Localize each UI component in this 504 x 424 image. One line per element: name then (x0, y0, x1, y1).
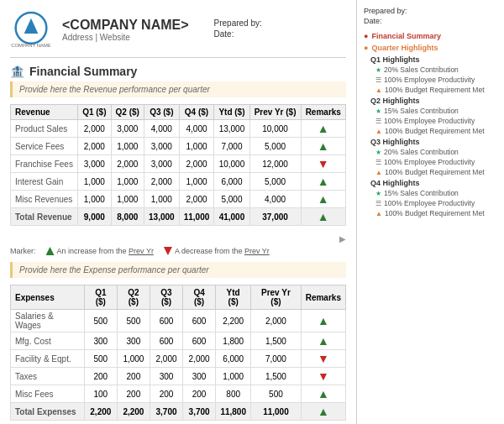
table-cell: 6,000 (214, 173, 249, 191)
quarter-highlights-dot: ● (364, 44, 368, 52)
sidebar-item-financial-summary[interactable]: ●Financial Summary (364, 30, 497, 42)
table-cell: 4,000 (249, 191, 301, 208)
expense-table-container: Expenses Q1 ($) Q2 ($) Q3 ($) Q4 ($) Ytd… (10, 285, 346, 424)
header: COMPANY NAME <COMPANY NAME> Address | We… (10, 8, 346, 58)
subsection-label: Q3 Highlights (370, 138, 420, 146)
trend-up-icon: ▲ (318, 210, 329, 223)
expense-table: Expenses Q1 ($) Q2 ($) Q3 ($) Q4 ($) Ytd… (10, 285, 346, 421)
table-cell: 8,000 (111, 208, 144, 226)
highlight-icon: ▲ (375, 169, 382, 176)
trend-up-icon: ▲ (318, 175, 329, 188)
sidebar-nav: ●Financial Summary●Quarter HighlightsQ1 … (364, 30, 497, 218)
table-cell: Taxes (11, 368, 85, 385)
subsection-label: Q2 Highlights (370, 97, 420, 105)
marker-down-text: A decrease from the Prev Yr (175, 247, 270, 255)
table-cell: 300 (84, 332, 117, 350)
exp-col-q4: Q4 ($) (183, 285, 216, 310)
sidebar-meta: Prepared by: Date: (364, 7, 497, 25)
table-cell: 11,000 (251, 403, 301, 421)
highlight-icon: ▲ (375, 128, 382, 135)
sidebar-item-quarter-highlights[interactable]: ●Quarter Highlights (364, 42, 497, 54)
table-cell: 200 (150, 385, 182, 403)
exp-col-remarks: Remarks (301, 285, 345, 310)
table-cell: 1,000 (144, 191, 179, 208)
table-cell: 200 (183, 385, 216, 403)
trend-up-icon: ▲ (318, 387, 329, 400)
table-cell: 6,000 (216, 350, 251, 368)
table-cell: 200 (84, 368, 117, 385)
expense-note: Provide here the Expense performance per… (10, 262, 346, 278)
table-cell: 9,000 (78, 208, 111, 226)
trend-up-icon: ▲ (318, 405, 329, 418)
highlight-text: 100% Budget Requirement Met (385, 127, 485, 135)
table-cell: Total Expenses (11, 403, 85, 421)
table-cell: 1,000 (111, 138, 144, 155)
highlight-text: 20% Sales Contribution (384, 148, 459, 156)
table-cell: 2,000 (78, 120, 111, 138)
highlight-text: 100% Employee Productivity (384, 117, 475, 125)
date-label: Date: (214, 29, 262, 39)
exp-col-ytd: Ytd ($) (216, 285, 251, 310)
sidebar-highlight-item: ☰100% Employee Productivity (364, 198, 497, 208)
table-cell: 10,000 (249, 120, 301, 138)
table-cell: 1,000 (179, 173, 214, 191)
table-cell: 7,000 (214, 138, 249, 155)
subsection-label: Q4 Highlights (370, 179, 420, 187)
highlight-icon: ▲ (375, 86, 382, 94)
sidebar-subsection[interactable]: Q2 Highlights (364, 95, 497, 106)
table-cell: 1,000 (216, 368, 251, 385)
sidebar-subsection[interactable]: Q3 Highlights (364, 136, 497, 147)
exp-col-q3: Q3 ($) (150, 285, 182, 310)
table-cell: Mfg. Cost (11, 332, 85, 350)
marker-down: A decrease from the Prev Yr (164, 247, 270, 255)
sidebar-highlight-item: ☰100% Employee Productivity (364, 75, 497, 85)
sidebar-subsection[interactable]: Q4 Highlights (364, 177, 497, 188)
revenue-note: Provide here the Revenue performance per… (10, 81, 346, 97)
remarks-cell: ▼ (301, 350, 345, 368)
highlight-icon: ☰ (375, 118, 381, 125)
highlight-text: 100% Employee Productivity (384, 199, 475, 207)
company-address: Address | Website (62, 33, 189, 42)
table-cell: 500 (84, 350, 117, 368)
table-cell: 12,000 (249, 155, 301, 173)
table-cell: 1,000 (111, 173, 144, 191)
table-cell: 200 (117, 385, 150, 403)
main-content: COMPANY NAME <COMPANY NAME> Address | We… (0, 0, 357, 424)
table-cell: Product Sales (11, 120, 78, 138)
trend-up-icon: ▲ (318, 314, 329, 327)
trend-down-icon: ▼ (318, 369, 329, 383)
revenue-note-text: Provide here the Revenue performance per… (19, 85, 210, 94)
exp-col-expenses: Expenses (11, 285, 85, 310)
table-cell: 1,000 (111, 191, 144, 208)
table-cell: 300 (183, 368, 216, 385)
up-arrow-icon (46, 247, 55, 255)
highlight-text: 100% Budget Requirement Met (385, 86, 485, 94)
table-cell: 2,000 (150, 350, 182, 368)
table-cell: 500 (84, 310, 117, 332)
table-cell: 300 (117, 332, 150, 350)
remarks-cell: ▲ (301, 403, 345, 421)
remarks-cell: ▲ (301, 208, 345, 226)
table-cell: 13,000 (144, 208, 179, 226)
table-cell: 4,000 (179, 120, 214, 138)
highlight-icon: ★ (375, 149, 381, 156)
sidebar-highlight-item: ▲100% Budget Requirement Met (364, 85, 497, 95)
table-cell: 500 (251, 385, 301, 403)
remarks-cell: ▲ (301, 173, 345, 191)
trend-up-icon: ▲ (318, 334, 329, 348)
highlight-text: 20% Sales Contribution (384, 65, 459, 74)
sidebar-highlight-item: ★20% Sales Contribution (364, 147, 497, 157)
summary-icon: 🏦 (10, 65, 24, 78)
highlight-text: 100% Employee Productivity (384, 76, 475, 84)
highlight-icon: ☰ (375, 159, 381, 166)
col-q2: Q2 ($) (111, 105, 144, 120)
remarks-cell: ▲ (301, 332, 345, 350)
svg-text:COMPANY NAME: COMPANY NAME (11, 43, 51, 48)
table-cell: 1,000 (179, 138, 214, 155)
table-cell: Facility & Eqpt. (11, 350, 85, 368)
revenue-table-container: Revenue Q1 ($) Q2 ($) Q3 ($) Q4 ($) Ytd … (10, 104, 346, 231)
sidebar-subsection[interactable]: Q1 Highlights (364, 54, 497, 65)
sidebar-highlight-item: ▲100% Budget Requirement Met (364, 126, 497, 136)
trend-up-icon: ▲ (318, 192, 329, 206)
highlight-icon: ▲ (375, 210, 382, 217)
